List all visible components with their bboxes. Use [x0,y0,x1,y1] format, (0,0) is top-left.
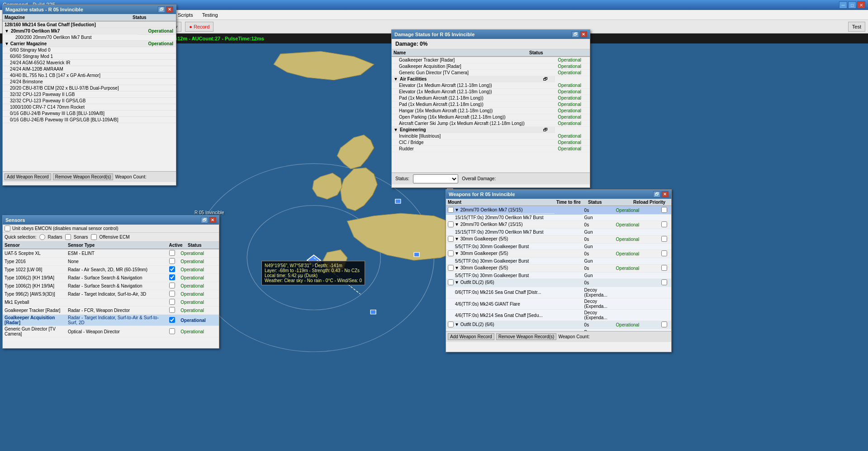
magazine-panel-header: Magazine status - R 05 Invincible 🗗 ✕ [3,5,176,14]
test-button[interactable]: Test [848,22,865,32]
reload-check-3[interactable] [661,236,667,242]
sensor-active-6[interactable] [169,291,175,297]
table-row: Goalkeeper Acquisition [Radar] Radar - T… [3,315,219,326]
add-weapon-record-button[interactable]: Add Weapon Record [5,173,51,180]
damage-panel-title: Damage Status for R 05 Invincible [394,32,571,37]
table-row: Generic Gun Director [TV Camera] Optical… [3,326,219,337]
radars-label: Radars [48,235,62,240]
magazine-scroll[interactable]: 128/160 Mk214 Sea Gnat Chaff [Seduction]… [3,22,176,171]
weapon-check-1[interactable] [448,207,454,213]
sonars-label: Sonars [74,235,88,240]
remove-weapon-record-button[interactable]: Remove Weapon Record(s) [53,173,114,180]
sensor-active-10[interactable] [169,328,175,334]
table-row: 4/6(TTF:0s) Mk214 Sea Gnat Chaff [Sedu..… [446,310,671,321]
weapon-check-2[interactable] [448,221,454,227]
ecm-label: Offensive ECM [100,235,130,240]
svg-rect-9 [370,310,376,314]
table-row: ▼ Engineering 🗗 [392,127,590,134]
weapon-count-label: Weapon Count: [115,174,146,179]
sensor-col-type: Sensor Type [66,242,166,249]
maximize-button[interactable]: □ [848,1,856,9]
weapons-panel-title: Weapons for R 05 Invincible [449,192,652,197]
record-button[interactable]: ● Record [185,22,213,32]
weapons-panel: Weapons for R 05 Invincible 🗗 ✕ Mount Ti… [446,189,672,352]
sensors-close-button[interactable]: ✕ [209,217,216,223]
table-row: Invincible [Illustrious] Operational [392,133,590,139]
sensor-active-1[interactable] [169,250,175,256]
weapons-panel-header: Weapons for R 05 Invincible 🗗 ✕ [446,190,671,199]
weapons-scroll[interactable]: ▼ 20mm/70 Oerlikon Mk7 (15/15) 0s Operat… [446,206,671,331]
table-row: 0/16 GBU-24/B Paveway III LGB [BLU-109A/… [3,110,176,117]
table-row: 200/200 20mm/70 Oerlikon Mk7 Burst [3,34,176,41]
magazine-col-status: Status [103,14,176,21]
sensor-active-8[interactable] [169,307,175,313]
quick-selection-label: Quick selection: [5,235,37,240]
table-row: ▼ Carrier Magazine Operational [3,41,176,47]
reload-check-1[interactable] [661,207,667,213]
table-row: Type 2016 None Operational [3,258,219,266]
reload-check-5[interactable] [661,265,667,271]
weapon-check-6[interactable] [448,279,454,285]
table-row: 24/24 Brimstone [3,79,176,85]
table-row: ▼ 20mm/70 Oerlikon Mk7 (15/15) 0s Operat… [446,221,671,229]
damage-table: Goalkeeper Tracker [Radar] Operational G… [392,57,590,152]
sonars-checkbox[interactable] [65,234,71,240]
weapon-check-3[interactable] [448,236,454,242]
damage-percentage: Damage: 0% [392,39,590,49]
table-row: ▼ Outfit DL(2) (6/6) 0s Operational [446,321,671,329]
weapons-close-button[interactable]: ✕ [661,191,669,197]
table-row: 5/5(TTF:0s) 30mm Goalkeeper Burst Gun [446,244,671,250]
magazine-col-magazine: Magazine [3,14,103,21]
damage-close-button[interactable]: ✕ [580,31,587,38]
table-row: Generic Gun Director [TV Camera] Operati… [392,70,590,76]
table-row: Elevator (1x Medium Aircraft (12.1-18m L… [392,89,590,95]
emcon-checkbox[interactable] [5,226,10,231]
table-row: Open Parking (16x Medium Aircraft (12.1-… [392,114,590,120]
weapon-check-5[interactable] [448,265,454,271]
svg-rect-8 [414,253,419,257]
magazine-close-button[interactable]: ✕ [166,6,173,13]
menu-testing[interactable]: Testing [200,11,220,19]
table-row: 15/15(TTF:0s) 20mm/70 Oerlikon Mk7 Burst… [446,229,671,235]
sensors-table: UAT-5 Sceptre XL ESM - ELINT Operational… [3,249,219,338]
table-row: 128/160 Mk214 Sea Gnat Chaff [Seduction] [3,22,176,28]
table-row: 15/15(TTF:0s) 20mm/70 Oerlikon Mk7 Burst… [446,215,671,221]
table-row: ▼ 30mm Goalkeeper (5/5) 0s Operational [446,235,671,244]
table-row: UAT-5 Sceptre XL ESM - ELINT Operational [3,249,219,258]
status-dropdown[interactable] [413,174,458,183]
reload-check-2[interactable] [661,221,667,227]
sensor-active-5[interactable] [169,283,175,288]
close-button[interactable]: ✕ [857,1,865,9]
damage-scroll[interactable]: Goalkeeper Tracker [Radar] Operational G… [392,57,590,173]
weapons-count-label: Weapon Count: [558,334,589,339]
table-row: ▼ Outfit DL(2) (6/6) 0s [446,279,671,287]
table-row: 5/5(TTF:0s) 30mm Goalkeeper Burst Gun [446,258,671,264]
reload-check-6[interactable] [661,279,667,285]
damage-restore-button[interactable]: 🗗 [572,31,579,38]
sensor-active-3[interactable] [169,266,175,272]
weapons-remove-button[interactable]: Remove Weapon Record(s) [496,333,557,340]
sensors-toolbar: Quick selection: Radars Sonars Offensive… [3,233,219,242]
sensors-panel: Sensors 🗗 ✕ Unit obeys EMCON (disables m… [2,215,219,349]
weapons-add-button[interactable]: Add Weapon Record [448,333,494,340]
sensor-active-4[interactable] [169,274,175,280]
magazine-items-table: 128/160 Mk214 Sea Gnat Chaff [Seduction]… [3,22,176,123]
sensors-panel-title: Sensors [5,217,200,223]
weapons-restore-button[interactable]: 🗗 [653,191,660,197]
sensors-scroll[interactable]: UAT-5 Sceptre XL ESM - ELINT Operational… [3,249,219,338]
reload-check-4[interactable] [661,250,667,256]
magazine-restore-button[interactable]: 🗗 [158,6,165,13]
sensors-restore-button[interactable]: 🗗 [201,217,208,223]
sensor-active-2[interactable] [169,258,175,264]
sensor-col-status: Status [186,242,219,249]
radars-radio[interactable] [39,234,45,240]
table-row: 24/24 AIM-120B AMRAAM [3,66,176,72]
minimize-button[interactable]: ─ [839,1,847,9]
weapon-check-7[interactable] [448,321,454,327]
weapon-check-4[interactable] [448,250,454,256]
sensor-active-7[interactable] [169,299,175,305]
reload-check-7[interactable] [661,321,667,327]
sensor-active-9[interactable] [169,317,175,323]
ecm-checkbox[interactable] [91,234,97,240]
window-controls: ─ □ ✕ [839,1,865,9]
